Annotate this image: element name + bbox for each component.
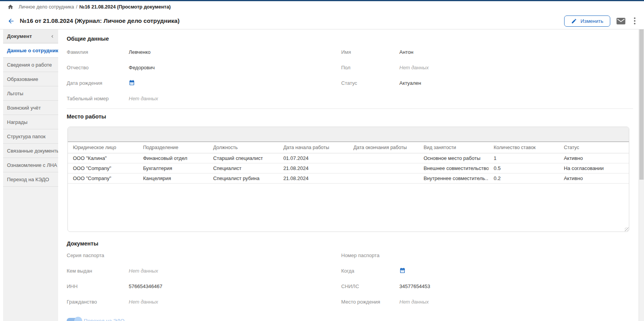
edo-toggle[interactable] xyxy=(67,318,81,321)
table-cell: 0.5 xyxy=(489,163,559,173)
sidebar-item[interactable]: Льготы xyxy=(3,86,58,101)
table-column-header[interactable]: Подразделение xyxy=(138,142,208,153)
table-cell: Активно xyxy=(559,153,629,163)
field-row: ИмяАнтон xyxy=(341,44,633,60)
table-column-header[interactable]: Статус xyxy=(559,142,629,153)
field-value: Левченко xyxy=(129,49,150,55)
field-row: Кем выданНет данных xyxy=(67,263,341,278)
kebab-menu-icon[interactable] xyxy=(632,17,638,25)
field-label: Статус xyxy=(341,80,399,86)
workplace-table-toolbar xyxy=(68,127,629,142)
table-cell xyxy=(349,153,419,163)
table-column-header[interactable]: Должность xyxy=(208,142,278,153)
table-cell: На согласовании xyxy=(559,163,629,173)
table-column-header[interactable]: Вид занятости xyxy=(418,142,489,153)
field-value: 576654346467 xyxy=(129,283,162,289)
sidebar-item[interactable]: Сведения о работе xyxy=(3,58,58,72)
field-value: 34577654453 xyxy=(399,283,430,289)
field-label: Фамилия xyxy=(67,49,129,55)
sidebar-title: Документ xyxy=(7,33,32,39)
vertical-scrollbar[interactable] xyxy=(639,29,644,321)
home-icon[interactable] xyxy=(7,4,14,10)
breadcrumb: Личное дело сотрудника / №16 21.08.2024 … xyxy=(0,1,644,13)
field-label: Пол xyxy=(341,65,399,70)
table-cell: Внутреннее совместитель… xyxy=(418,173,489,183)
header-actions: Изменить xyxy=(564,15,638,27)
table-row[interactable]: ООО "Company"БухгалтерияСпециалист21.08.… xyxy=(68,163,629,173)
table-cell: 01.07.2024 xyxy=(278,153,349,163)
main-content: Общие данные ФамилияЛевченкоОтчествоФедо… xyxy=(58,29,639,321)
sidebar-item[interactable]: Структура папок xyxy=(3,129,58,144)
field-row: Табельный номерНет данных xyxy=(67,91,341,106)
breadcrumb-journal-link[interactable]: Личное дело сотрудника xyxy=(19,4,74,10)
sidebar-item[interactable]: Связанные документы xyxy=(3,144,58,158)
section-divider xyxy=(67,108,633,109)
field-label: Номер паспорта xyxy=(341,252,399,258)
field-value-no-data: Нет данных xyxy=(129,96,158,101)
section-title-general: Общие данные xyxy=(67,36,633,42)
field-label: ИНН xyxy=(67,283,129,289)
field-label: Табельный номер xyxy=(67,96,129,101)
mail-icon[interactable] xyxy=(616,18,625,24)
table-column-header[interactable]: Количество ставок xyxy=(489,142,559,153)
back-arrow-icon[interactable] xyxy=(7,17,15,25)
field-value-no-data: Нет данных xyxy=(399,65,429,70)
field-label: Отчество xyxy=(67,65,129,70)
field-row: Серия паспорта xyxy=(67,247,341,263)
calendar-icon[interactable] xyxy=(129,80,135,86)
sidebar-item[interactable]: Образование xyxy=(3,72,58,86)
table-cell xyxy=(349,163,419,173)
field-row: Когда xyxy=(341,263,633,278)
field-row: Место рожденияНет данных xyxy=(341,294,633,309)
sidebar-list: Данные о сотрудникеСведения о работеОбра… xyxy=(3,43,58,187)
table-cell: Финансовый отдел xyxy=(138,153,208,163)
general-fields: ФамилияЛевченкоОтчествоФедоровичДата рож… xyxy=(67,44,633,106)
workplace-table-card: Юридическое лицоПодразделениеДолжностьДа… xyxy=(67,127,629,232)
field-row: Дата рождения xyxy=(67,75,341,91)
table-cell: 21.08.2024 xyxy=(278,173,349,183)
table-column-header[interactable]: Юридическое лицо xyxy=(68,142,138,153)
table-cell: Канцелярия xyxy=(138,173,208,183)
edit-button[interactable]: Изменить xyxy=(564,15,610,27)
table-cell: Старший специалист xyxy=(208,153,278,163)
table-row[interactable]: ООО "Company"КанцелярияСпециалист рубина… xyxy=(68,173,629,183)
field-value-no-data: Нет данных xyxy=(129,268,158,274)
field-value-no-data: Нет данных xyxy=(399,299,429,305)
edo-toggle-label: Переход на ЭДО xyxy=(84,318,124,321)
field-label: Дата рождения xyxy=(67,80,129,86)
table-cell: ООО "Company" xyxy=(68,163,138,173)
collapse-sidebar-icon[interactable] xyxy=(50,34,55,39)
section-title-documents: Документы xyxy=(67,240,633,247)
field-row: ФамилияЛевченко xyxy=(67,44,341,60)
field-value: Антон xyxy=(399,49,413,55)
resize-grip-icon[interactable] xyxy=(625,227,628,231)
scrollbar-thumb[interactable] xyxy=(639,29,644,180)
table-column-header[interactable]: Дата начала работы xyxy=(278,142,349,153)
table-cell: Основное место работы xyxy=(418,153,489,163)
sidebar: Документ Данные о сотрудникеСведения о р… xyxy=(3,29,58,321)
sidebar-item[interactable]: Данные о сотруднике xyxy=(3,43,58,58)
edo-toggle-knob xyxy=(74,317,82,321)
sidebar-item[interactable]: Ознакомление с ЛНА xyxy=(3,158,58,172)
field-row: СНИЛС34577654453 xyxy=(341,278,633,294)
calendar-icon[interactable] xyxy=(399,268,406,274)
sidebar-item[interactable]: Воинский учёт xyxy=(3,101,58,115)
sidebar-item[interactable]: Награды xyxy=(3,115,58,129)
table-cell: Внешнее совместительство xyxy=(418,163,489,173)
table-cell: Специалист xyxy=(208,163,278,173)
table-cell: Активно xyxy=(559,173,629,183)
table-cell: 0.2 xyxy=(489,173,559,183)
table-cell xyxy=(349,173,419,183)
pencil-icon xyxy=(571,18,577,24)
table-cell: Бухгалтерия xyxy=(138,163,208,173)
sidebar-header: Документ xyxy=(3,29,58,43)
page-title: №16 от 21.08.2024 (Журнал: Личное дело с… xyxy=(20,17,564,24)
sidebar-item[interactable]: Переход на КЭДО xyxy=(3,172,58,187)
page-header: №16 от 21.08.2024 (Журнал: Личное дело с… xyxy=(0,13,644,29)
field-label: Гражданство xyxy=(67,299,129,305)
table-column-header[interactable]: Дата окончания работы xyxy=(349,142,419,153)
field-label: Кем выдан xyxy=(67,268,129,274)
workplace-table: Юридическое лицоПодразделениеДолжностьДа… xyxy=(68,142,629,184)
table-cell: Специалист рубина xyxy=(208,173,278,183)
table-row[interactable]: ООО "Калина"Финансовый отделСтарший спец… xyxy=(68,153,629,163)
